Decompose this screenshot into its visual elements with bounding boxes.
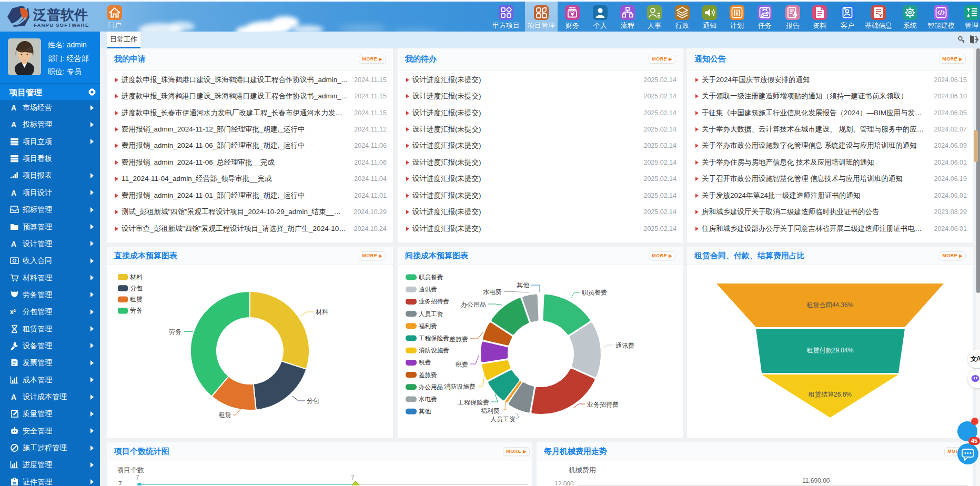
svg-text:业务招待费: 业务招待费: [419, 298, 449, 305]
svg-text:租赁合同44.36%: 租赁合同44.36%: [806, 301, 854, 309]
svg-text:职员餐费: 职员餐费: [419, 274, 443, 280]
svg-text:水电费: 水电费: [418, 396, 437, 402]
svg-text:劳务: 劳务: [169, 328, 181, 336]
svg-text:福利费: 福利费: [480, 407, 500, 414]
svg-text:职员餐费: 职员餐费: [582, 289, 607, 296]
svg-text:泛普软件: 泛普软件: [33, 7, 88, 23]
svg-text:人员工资: 人员工资: [419, 311, 443, 317]
svg-text:材料: 材料: [315, 308, 328, 316]
svg-text:机械费用: 机械费用: [569, 466, 596, 474]
svg-text:人员工资: 人员工资: [490, 416, 516, 423]
svg-text:差旅费: 差旅费: [419, 372, 437, 378]
svg-text:分包: 分包: [130, 285, 143, 292]
svg-text:11,690.00: 11,690.00: [802, 477, 830, 484]
svg-text:通讯费: 通讯费: [615, 342, 634, 349]
svg-text:7: 7: [351, 474, 355, 481]
svg-text:办公用品: 办公用品: [461, 301, 486, 308]
svg-text:业务招待费: 业务招待费: [587, 401, 619, 408]
svg-text:其他: 其他: [517, 281, 530, 289]
svg-text:租赁结算26.6%: 租赁结算26.6%: [808, 391, 852, 398]
svg-text:税费: 税费: [455, 361, 468, 368]
svg-text:A: A: [11, 240, 16, 248]
svg-text:水电费: 水电费: [483, 288, 502, 296]
svg-text:税费: 税费: [418, 359, 431, 366]
svg-text:消防设施费: 消防设施费: [444, 383, 476, 390]
svg-text:x²: x²: [10, 308, 16, 316]
svg-text:A: A: [11, 104, 16, 112]
svg-text:项目个数: 项目个数: [117, 466, 144, 474]
svg-text:7: 7: [118, 480, 122, 485]
svg-text:租赁: 租赁: [129, 296, 143, 303]
svg-text:工程保险费: 工程保险费: [419, 335, 449, 341]
svg-text:FANPU SOFTWARE: FANPU SOFTWARE: [34, 22, 89, 28]
svg-text:A: A: [11, 189, 16, 197]
svg-text:消防设施费: 消防设施费: [419, 347, 449, 353]
svg-text:差旅费: 差旅费: [449, 336, 468, 343]
svg-text:其他: 其他: [419, 408, 431, 414]
svg-text:材料: 材料: [129, 274, 143, 281]
svg-text:12,000: 12,000: [554, 480, 574, 485]
svg-text:工程保险费: 工程保险费: [458, 399, 489, 406]
svg-text:福利费: 福利费: [419, 323, 437, 329]
svg-text:办公用品: 办公用品: [419, 384, 443, 390]
svg-text:劳务: 劳务: [130, 307, 143, 314]
svg-text:分包: 分包: [307, 397, 319, 404]
svg-text:A: A: [11, 393, 16, 401]
svg-text:7: 7: [136, 474, 139, 481]
svg-text:租赁: 租赁: [218, 411, 231, 419]
svg-text:租赁付款29.04%: 租赁付款29.04%: [806, 347, 854, 354]
svg-text:通讯费: 通讯费: [419, 286, 437, 292]
svg-text:A: A: [11, 120, 16, 129]
